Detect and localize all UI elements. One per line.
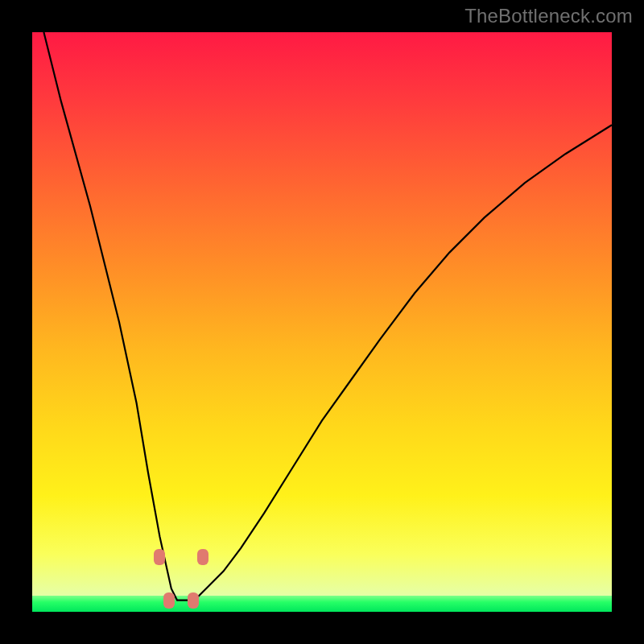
- curve-marker-2: [188, 592, 199, 609]
- bottleneck-curve: [32, 32, 612, 612]
- plot-area: [32, 32, 612, 612]
- curve-marker-0: [154, 549, 165, 565]
- curve-marker-1: [163, 592, 175, 609]
- chart-frame: TheBottleneck.com: [0, 0, 644, 644]
- curve-marker-3: [197, 549, 208, 565]
- curve-path: [43, 32, 612, 601]
- watermark-text: TheBottleneck.com: [464, 5, 633, 27]
